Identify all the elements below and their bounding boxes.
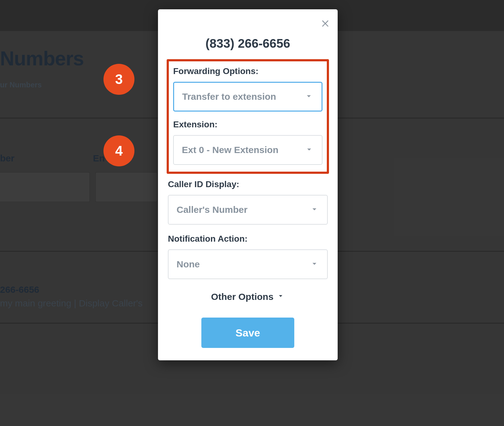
bg-breadcrumb: ur Numbers <box>0 81 42 89</box>
caller-id-label: Caller ID Display: <box>168 179 328 189</box>
chevron-down-icon <box>304 91 313 102</box>
highlighted-section: Forwarding Options: Transfer to extensio… <box>167 59 329 174</box>
other-options-label: Other Options <box>211 292 274 302</box>
bg-input-field <box>0 172 90 202</box>
chevron-down-icon <box>277 292 285 302</box>
other-options-toggle[interactable]: Other Options <box>167 292 329 302</box>
bg-input-field <box>95 172 157 202</box>
chevron-down-icon <box>310 259 319 270</box>
number-settings-modal: (833) 266-6656 Forwarding Options: Trans… <box>158 9 338 360</box>
extension-value: Ext 0 - New Extension <box>182 145 305 155</box>
notification-action-select[interactable]: None <box>168 249 328 279</box>
modal-title: (833) 266-6656 <box>167 37 329 51</box>
extension-select[interactable]: Ext 0 - New Extension <box>173 135 322 165</box>
forwarding-options-select[interactable]: Transfer to extension <box>173 82 322 112</box>
step-marker-3: 3 <box>103 64 134 95</box>
bg-phone-number: 266-6656 <box>0 284 39 295</box>
forwarding-options-label: Forwarding Options: <box>173 66 322 76</box>
chevron-down-icon <box>310 204 319 215</box>
notification-action-value: None <box>177 259 310 270</box>
chevron-down-icon <box>305 145 314 155</box>
extension-label: Extension: <box>173 120 322 130</box>
step-marker-4: 4 <box>103 135 134 166</box>
caller-id-value: Caller's Number <box>177 204 310 215</box>
bg-phone-description: my main greeting | Display Caller's <box>0 298 142 309</box>
bg-page-title: Numbers <box>0 47 84 70</box>
notification-action-label: Notification Action: <box>168 234 328 244</box>
bg-column-header-fragment: En <box>93 153 105 164</box>
caller-id-select[interactable]: Caller's Number <box>168 195 328 225</box>
forwarding-options-value: Transfer to extension <box>182 91 304 102</box>
close-button[interactable] <box>320 18 330 29</box>
save-button[interactable]: Save <box>201 318 294 348</box>
bg-column-header-fragment: ber <box>0 153 15 164</box>
close-icon <box>320 24 330 29</box>
